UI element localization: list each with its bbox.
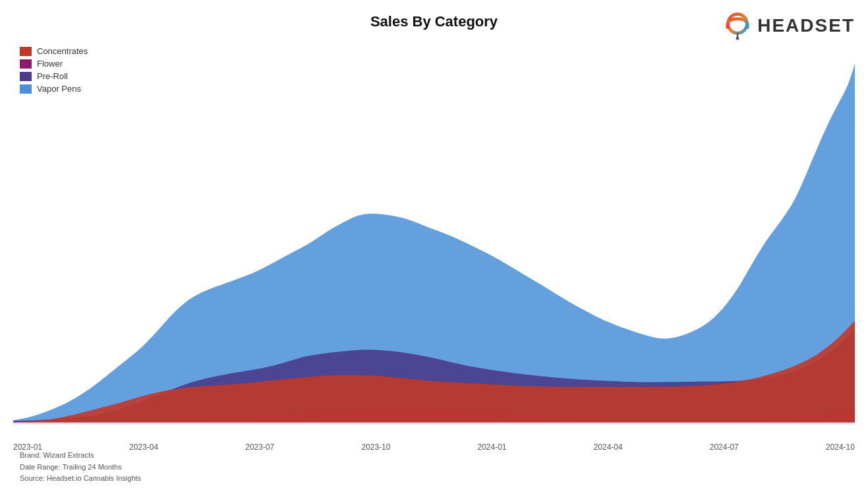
brand-label: Brand: xyxy=(20,451,41,459)
headset-logo-icon xyxy=(722,10,753,42)
chart-container: Sales By Category HEADSET Concentrates xyxy=(0,0,868,490)
brand-value: Wizard Extracts xyxy=(43,451,94,459)
svg-rect-1 xyxy=(726,22,730,29)
x-label-7: 2024-10 xyxy=(826,443,855,452)
source-label: Source: xyxy=(20,474,45,482)
x-label-2: 2023-07 xyxy=(245,443,274,452)
date-range-label: Date Range: xyxy=(20,463,61,471)
logo-text: HEADSET xyxy=(757,15,855,36)
x-label-3: 2023-10 xyxy=(361,443,390,452)
x-label-5: 2024-04 xyxy=(594,443,623,452)
logo: HEADSET xyxy=(722,10,855,42)
x-label-6: 2024-07 xyxy=(710,443,739,452)
svg-point-0 xyxy=(728,14,747,33)
svg-rect-2 xyxy=(745,22,749,29)
source-value: Headset.io Cannabis Insights xyxy=(47,474,141,482)
x-label-4: 2024-01 xyxy=(478,443,507,452)
area-chart xyxy=(13,43,855,437)
date-range-value: Trailing 24 Months xyxy=(63,463,122,471)
brand-line: Brand: Wizard Extracts xyxy=(20,450,141,462)
source-line: Source: Headset.io Cannabis Insights xyxy=(20,473,141,485)
chart-area xyxy=(13,43,855,437)
date-range-line: Date Range: Trailing 24 Months xyxy=(20,462,141,474)
footer-info: Brand: Wizard Extracts Date Range: Trail… xyxy=(20,450,141,485)
svg-point-4 xyxy=(736,37,739,40)
